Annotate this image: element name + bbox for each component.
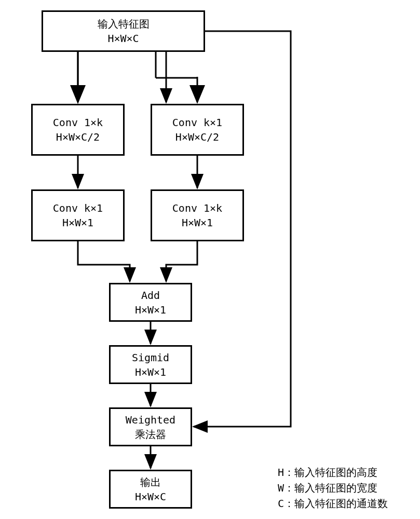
node-conv-left1-title: Conv 1×k [53, 115, 103, 130]
node-conv-right1-title: Conv k×1 [172, 115, 222, 130]
arrow-r2-add [166, 241, 197, 281]
node-output-title: 输出 [140, 475, 161, 489]
node-conv-right1: Conv k×1 H×W×C/2 [151, 104, 244, 156]
node-weighted-dim: 乘法器 [135, 427, 166, 442]
legend: H：输入特征图的高度 W：输入特征图的宽度 C：输入特征图的通道数 [278, 465, 388, 511]
node-sigmoid-dim: H×W×1 [135, 365, 166, 379]
node-add-title: Add [141, 288, 160, 303]
node-sigmoid: Sigmid H×W×1 [109, 345, 192, 384]
node-input: 输入特征图 H×W×C [42, 10, 205, 52]
node-output-dim: H×W×C [135, 489, 166, 504]
node-conv-right1-dim: H×W×C/2 [175, 130, 219, 144]
arrows-layer [0, 0, 420, 519]
node-input-dim: H×W×C [107, 31, 139, 46]
node-conv-left2: Conv k×1 H×W×1 [31, 189, 125, 241]
node-conv-left2-title: Conv k×1 [53, 201, 103, 215]
node-input-title: 输入特征图 [98, 17, 150, 31]
legend-w: W：输入特征图的宽度 [278, 480, 388, 496]
node-add-dim: H×W×1 [135, 303, 166, 317]
arrow-l2-add [78, 241, 130, 281]
arrows [0, 0, 420, 519]
node-conv-left2-dim: H×W×1 [62, 215, 93, 230]
node-add: Add H×W×1 [109, 283, 192, 322]
node-conv-left1-dim: H×W×C/2 [56, 130, 100, 144]
node-sigmoid-title: Sigmid [132, 350, 169, 365]
legend-c: C：输入特征图的通道数 [278, 496, 388, 511]
node-weighted-title: Weighted [126, 413, 175, 427]
node-conv-right2-title: Conv 1×k [172, 201, 222, 215]
node-conv-right2: Conv 1×k H×W×1 [151, 189, 244, 241]
node-conv-left1: Conv 1×k H×W×C/2 [31, 104, 125, 156]
legend-h: H：输入特征图的高度 [278, 465, 388, 480]
node-weighted: Weighted 乘法器 [109, 407, 192, 446]
node-conv-right2-dim: H×W×1 [182, 215, 213, 230]
node-output: 输出 H×W×C [109, 470, 192, 509]
